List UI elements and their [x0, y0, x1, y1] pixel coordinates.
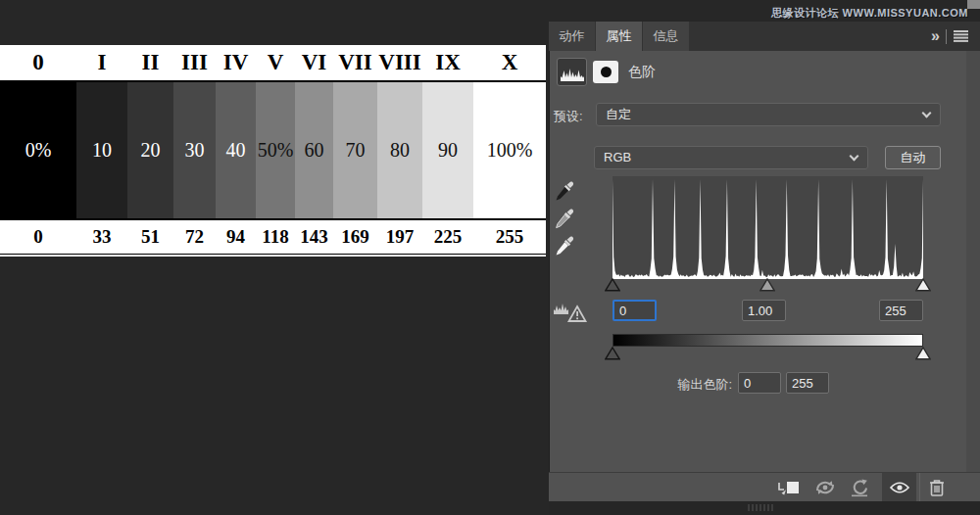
level-value-cell: 118 — [256, 220, 295, 254]
level-value-cell: 197 — [377, 220, 422, 254]
preset-value: 自定 — [606, 107, 631, 121]
level-value-cell: 33 — [76, 220, 127, 254]
view-previous-state-icon[interactable] — [811, 473, 839, 502]
panel-tab-bar: 动作属性信息 — [549, 22, 980, 51]
clip-to-layer-icon[interactable] — [774, 473, 802, 502]
step-swatch: 100% — [473, 82, 546, 218]
gray-point-eyedropper-icon[interactable] — [555, 208, 578, 231]
step-swatch: 70 — [333, 82, 377, 218]
bottom-strip — [549, 501, 980, 515]
highlight-input-slider[interactable] — [915, 278, 931, 296]
level-value-cell: 169 — [333, 220, 377, 254]
chevron-down-icon — [922, 109, 932, 118]
level-value-cell: 51 — [127, 220, 173, 254]
delete-trash-icon[interactable] — [923, 473, 951, 502]
panel-expand-icon[interactable]: » — [931, 27, 939, 45]
output-slider-track — [612, 347, 923, 361]
visibility-eye-icon[interactable] — [882, 473, 916, 502]
step-swatch: 80 — [377, 82, 422, 218]
step-swatch-row: 0%1020304050%60708090100% — [0, 82, 546, 218]
levels-histogram-icon — [557, 58, 587, 86]
level-value-cell: 143 — [295, 220, 333, 254]
zone-header-cell: IX — [422, 45, 473, 80]
preset-select[interactable]: 自定 — [596, 103, 941, 126]
level-value-cell: 72 — [173, 220, 216, 254]
output-levels-label: 输出色阶: — [608, 376, 732, 394]
levels-histogram — [612, 176, 923, 279]
output-shadow-slider[interactable] — [605, 347, 620, 364]
zone-header-cell: VII — [333, 45, 377, 80]
panel-menu-icon[interactable] — [954, 30, 968, 42]
step-swatch: 60 — [295, 82, 333, 218]
zone-header-cell: II — [127, 45, 173, 80]
step-swatch: 0% — [0, 82, 76, 218]
panel-menu-cluster: » — [931, 22, 968, 51]
histogram-refresh-warning-icon[interactable] — [552, 299, 589, 324]
adjustment-title: 色阶 — [628, 64, 656, 81]
midtone-input-field[interactable] — [742, 300, 786, 321]
output-highlight-field[interactable] — [786, 372, 829, 394]
properties-panel: 动作属性信息 » 色阶 预设: 自定 RGB 自动 — [549, 0, 980, 515]
grayscale-step-chart: 0IIIIIIIVVVIVIIVIIIIXX 0%1020304050%6070… — [0, 45, 546, 257]
midtone-input-slider[interactable] — [760, 278, 775, 296]
zone-header-cell: 0 — [0, 45, 76, 80]
mask-dot — [601, 67, 612, 77]
mask-thumbnail-icon[interactable] — [593, 61, 618, 83]
toolbar-divider — [919, 473, 920, 502]
zone-header-cell: V — [256, 45, 295, 80]
panel-toolbar — [549, 472, 980, 501]
highlight-input-field[interactable] — [879, 300, 923, 321]
channel-value: RGB — [604, 150, 631, 164]
panel-side-rail — [966, 29, 980, 472]
white-point-eyedropper-icon[interactable] — [555, 235, 578, 258]
zone-header-cell: X — [473, 45, 546, 80]
output-gradient-bar — [612, 334, 923, 347]
zone-header-cell: VI — [295, 45, 333, 80]
zone-header-cell: VIII — [377, 45, 422, 80]
step-swatch: 90 — [422, 82, 473, 218]
step-swatch: 50% — [256, 82, 295, 218]
level-value-cell: 255 — [473, 220, 546, 254]
menu-divider — [946, 29, 947, 44]
step-swatch: 30 — [173, 82, 216, 218]
step-swatch: 40 — [216, 82, 256, 218]
zone-header-row: 0IIIIIIIVVVIVIIVIIIIXX — [0, 45, 546, 82]
step-swatch: 20 — [127, 82, 173, 218]
zone-header-cell: III — [173, 45, 216, 80]
tab-信息[interactable]: 信息 — [643, 22, 689, 51]
step-swatch: 10 — [76, 82, 127, 218]
channel-select[interactable]: RGB — [594, 146, 868, 169]
shadow-input-slider[interactable] — [605, 278, 620, 296]
level-value-row: 033517294118143169197225255 — [0, 218, 546, 255]
tab-动作[interactable]: 动作 — [549, 22, 595, 51]
output-shadow-field[interactable] — [738, 372, 781, 394]
chevron-down-icon — [850, 152, 859, 162]
level-value-cell: 225 — [422, 220, 473, 254]
level-value-cell: 0 — [0, 220, 76, 254]
zone-header-cell: IV — [216, 45, 256, 80]
auto-button[interactable]: 自动 — [885, 146, 941, 169]
reset-icon[interactable] — [847, 473, 872, 502]
tab-属性[interactable]: 属性 — [596, 22, 642, 51]
preset-label: 预设: — [554, 108, 583, 125]
output-highlight-slider[interactable] — [915, 347, 931, 364]
resize-gripper[interactable] — [748, 504, 775, 511]
shadow-input-field[interactable] — [612, 300, 657, 321]
zone-header-cell: I — [76, 45, 127, 80]
input-slider-track — [612, 278, 923, 293]
black-point-eyedropper-icon[interactable] — [555, 180, 578, 204]
level-value-cell: 94 — [216, 220, 256, 254]
